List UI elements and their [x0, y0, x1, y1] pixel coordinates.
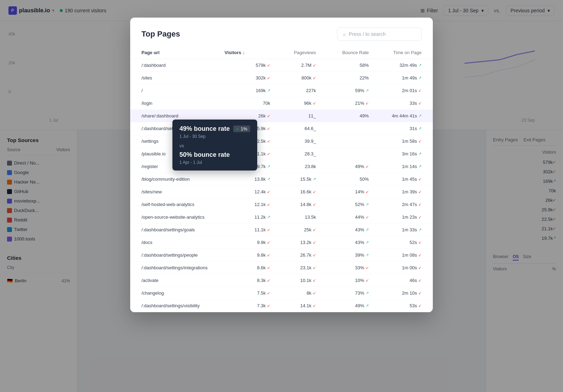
trend-up-icon: ↗	[366, 291, 369, 295]
time-cell: 2m 10s ↙	[369, 290, 422, 296]
pageviews-cell: 13.5k	[270, 214, 316, 220]
time-cell: 53s ↙	[369, 303, 422, 308]
col-pageviews[interactable]: Pageviews	[270, 50, 316, 55]
table-row[interactable]: /:dashboard/settings/goals 11.1k ↙ 25k ↙…	[130, 224, 433, 236]
bounce-cell: 49% ↗	[316, 303, 369, 308]
table-row[interactable]: /:dashboard 579k ↙ 2.7M ↙ 58% 32m 49s ↗	[130, 59, 433, 72]
table-row[interactable]: /:dashboard/settings/people 9.8k ↙ 26.7k…	[130, 249, 433, 262]
bounce-cell: 52% ↗	[316, 202, 369, 207]
trend-up-icon: ↗	[366, 240, 369, 245]
trend-down-icon: ↙	[267, 63, 270, 68]
trend-down-icon: ↙	[267, 278, 270, 283]
page-url: /:dashboard/settings/integrations	[141, 265, 224, 270]
pageviews-cell: 8k ↙	[270, 290, 316, 296]
modal-header: Top Pages ⌕ Press / to search	[130, 18, 433, 46]
bounce-cell: 39% ↗	[316, 252, 369, 258]
page-url: /changelog	[141, 290, 224, 296]
trend-up-icon: ↗	[366, 202, 369, 207]
trend-down-icon: ↙	[418, 278, 422, 283]
table-row[interactable]: /sites 302k ↙ 800k ↙ 22% 1m 49s ↗	[130, 72, 433, 84]
time-cell: 33s ↙	[369, 101, 422, 106]
pageviews-cell: 16.6k ↙	[270, 189, 316, 194]
bounce-cell: 44% ↙	[316, 214, 369, 220]
visitors-cell: 9.8k ↙	[224, 252, 270, 258]
trend-up-icon: ↗	[267, 215, 270, 219]
pageviews-cell: 64.6_	[270, 126, 316, 131]
col-bounce-rate[interactable]: Bounce Rate	[316, 50, 369, 55]
col-page-url[interactable]: Page url	[141, 50, 224, 55]
time-cell: 46s ↙	[369, 278, 422, 283]
bounce-rate-tooltip: 49% bounce rate ↙ 1% 1 Jul - 30 Sep vs 5…	[172, 120, 257, 171]
bounce-cell: 43% ↗	[316, 240, 369, 245]
time-cell: 1m 33s ↗	[369, 227, 422, 232]
page-url: /:dashboard/settings/people	[141, 252, 224, 258]
trend-up-icon: ↗	[366, 88, 369, 93]
pageviews-cell: 15.5k ↗	[270, 176, 316, 182]
trend-up-icon: ↗	[267, 164, 270, 169]
modal-title: Top Pages	[141, 30, 180, 39]
tooltip-trend-badge: ↙ 1%	[233, 126, 250, 132]
table-row[interactable]: /sites/new 12.4k ↙ 16.6k ↙ 14% ↙ 1m 39s …	[130, 186, 433, 198]
time-cell: 1m 45s ↙	[369, 176, 422, 182]
col-bounce-rate-label: Bounce Rate	[342, 50, 369, 55]
table-row[interactable]: /changelog 7.5k ↙ 8k ↙ 73% ↗ 2m 10s ↙	[130, 287, 433, 300]
trend-down-icon: ↙	[418, 240, 422, 245]
table-row[interactable]: / 169k ↗ 227k 59% ↗ 2m 01s ↙	[130, 84, 433, 97]
bounce-cell: 73% ↗	[316, 290, 369, 296]
trend-up-icon: ↗	[418, 63, 422, 68]
col-visitors[interactable]: Visitors ↓	[224, 50, 270, 55]
table-header: Page url Visitors ↓ Pageviews Bounce Rat…	[130, 46, 433, 59]
trend-down-icon: ↙	[418, 291, 422, 295]
visitors-cell: 7.3k ↙	[224, 303, 270, 308]
table-row[interactable]: /open-source-website-analytics 11.2k ↗ 1…	[130, 211, 433, 224]
trend-down-icon: ↙	[267, 291, 270, 295]
page-url: /sites/new	[141, 189, 224, 194]
visitors-cell: 11.1k ↙	[224, 227, 270, 232]
col-time-on-page[interactable]: Time on Page	[369, 50, 422, 55]
time-cell: 4m 44m 41s ↗	[369, 113, 422, 118]
tooltip-main-value: 49% bounce rate ↙ 1%	[179, 125, 250, 133]
pageviews-cell: 13.2k ↙	[270, 240, 316, 245]
table-row[interactable]: /login 70k 96k ↙ 21% ↙ 33s ↙	[130, 97, 433, 110]
search-box[interactable]: ⌕ Press / to search	[337, 27, 422, 41]
visitors-cell: 26k ↙	[224, 113, 270, 118]
trend-down-icon: ↙	[313, 253, 316, 257]
time-cell: 2m 47s ↙	[369, 202, 422, 207]
page-url: /open-source-website-analytics	[141, 214, 224, 220]
table-row[interactable]: /self-hosted-web-analytics 12.1k ↙ 14.8k…	[130, 198, 433, 211]
sort-arrow-icon: ↓	[242, 51, 245, 55]
pageviews-cell: 800k ↙	[270, 75, 316, 81]
visitors-cell: 12.1k ↙	[224, 202, 270, 207]
pageviews-cell: 26.7k ↙	[270, 252, 316, 258]
page-url: /:dashboard	[141, 63, 224, 68]
time-cell: 1m 23s ↙	[369, 214, 422, 220]
table-row[interactable]: /:dashboard/settings/visibility 7.3k ↙ 1…	[130, 300, 433, 312]
trend-down-icon: ↙	[418, 139, 422, 143]
tooltip-vs-label: vs	[179, 143, 250, 148]
bounce-cell: 21% ↙	[316, 101, 369, 106]
page-url: /share/:dashboard	[141, 113, 224, 118]
visitors-cell: 9.9k ↙	[224, 240, 270, 245]
trend-down-icon: ↙	[313, 76, 316, 80]
col-page-url-label: Page url	[141, 50, 159, 55]
table-row[interactable]: /blog/community-edition 13.8k ↗ 15.5k ↗ …	[130, 173, 433, 186]
time-cell: 1m 14s ↗	[369, 164, 422, 169]
trend-down-icon: ↙	[267, 240, 270, 245]
trend-down-icon: ↙	[418, 265, 422, 270]
pageviews-cell: 2.7M ↙	[270, 63, 316, 68]
trend-up-icon: ↗	[366, 303, 369, 308]
time-cell: 1m 00s ↙	[369, 265, 422, 270]
trend-up-icon: ↗	[366, 227, 369, 232]
table-row[interactable]: /:dashboard/settings/integrations 8.6k ↙…	[130, 262, 433, 274]
trend-down-icon: ↙	[366, 265, 369, 270]
trend-up-icon: ↗	[418, 114, 422, 118]
pageviews-cell: 11_	[270, 113, 316, 118]
visitors-cell: 579k ↙	[224, 63, 270, 68]
table-row[interactable]: /docs 9.9k ↙ 13.2k ↙ 43% ↗ 52s ↙	[130, 236, 433, 249]
trend-down-icon: ↙	[267, 227, 270, 232]
time-cell: 1m 08s ↙	[369, 252, 422, 258]
trend-up-icon: ↗	[313, 177, 316, 181]
visitors-cell: 12.4k ↙	[224, 189, 270, 194]
trend-down-icon: ↙	[267, 265, 270, 270]
table-row[interactable]: /activate 8.3k ↙ 10.1k ↙ 10% ↙ 46s ↙	[130, 274, 433, 287]
